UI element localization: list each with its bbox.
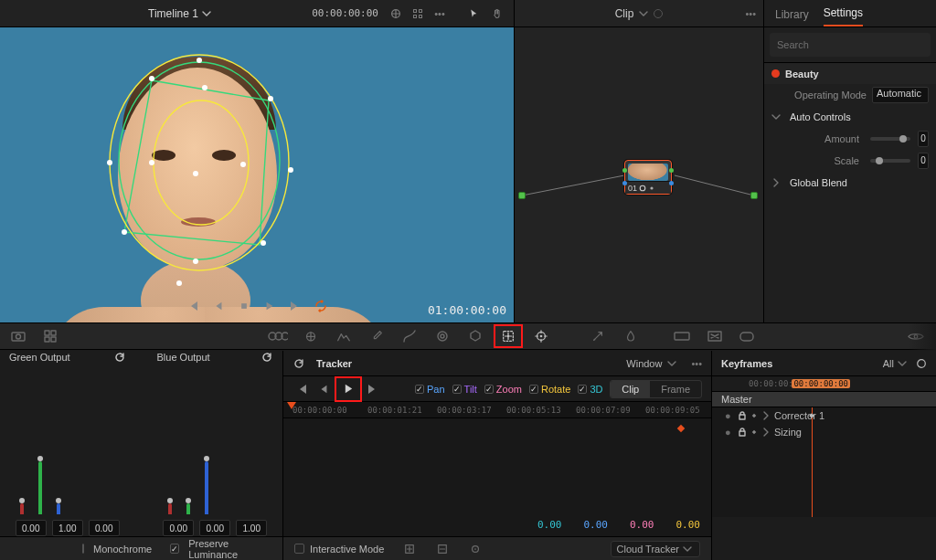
curves-icon[interactable] xyxy=(397,326,422,346)
seg-frame[interactable]: Frame xyxy=(650,381,701,397)
primaries-icon[interactable] xyxy=(265,326,291,346)
viewer-canvas[interactable]: 01:00:00:00 xyxy=(0,27,514,322)
amount-slider[interactable] xyxy=(870,137,910,141)
keyframes-master-row[interactable]: Master xyxy=(712,391,936,407)
node-input-terminal[interactable] xyxy=(518,192,526,199)
visibility-icon[interactable] xyxy=(903,326,929,346)
kf-row-label[interactable]: Sizing xyxy=(774,427,802,438)
chevron-right-icon[interactable] xyxy=(761,411,771,420)
camera-raw-icon[interactable] xyxy=(7,326,33,346)
tracker-graph[interactable]: 0.00 0.00 0.00 0.00 xyxy=(283,418,711,536)
pan-checkbox[interactable] xyxy=(415,385,424,394)
play-icon[interactable] xyxy=(261,297,279,315)
chevron-down-icon[interactable] xyxy=(202,9,211,18)
tracker-method-dropdown[interactable]: Cloud Tracker xyxy=(611,541,700,557)
zoom-checkbox[interactable] xyxy=(484,385,494,394)
enable-dot-icon[interactable] xyxy=(771,69,780,78)
track-forward-button[interactable] xyxy=(336,378,360,400)
add-point-icon[interactable] xyxy=(397,539,422,559)
green-r-value[interactable]: 0.00 xyxy=(16,520,47,536)
play-reverse-icon[interactable] xyxy=(209,297,228,315)
qualifier-icon[interactable] xyxy=(463,326,488,346)
go-start-icon[interactable] xyxy=(184,297,202,315)
window-icon[interactable] xyxy=(495,326,521,346)
reset-icon[interactable] xyxy=(113,351,126,364)
stop-icon[interactable] xyxy=(235,297,253,315)
operating-mode-value[interactable]: Automatic xyxy=(872,87,929,103)
green-b-value[interactable]: 0.00 xyxy=(89,520,120,536)
green-output-plot[interactable] xyxy=(9,369,126,514)
chevron-down-icon[interactable] xyxy=(667,359,676,368)
chevron-down-icon[interactable] xyxy=(639,9,648,18)
amount-value[interactable]: 0 xyxy=(918,131,929,147)
node-output-terminal[interactable] xyxy=(750,192,758,199)
corrector-node[interactable]: 01 xyxy=(624,160,672,195)
hand-icon[interactable] xyxy=(486,4,506,24)
target-icon[interactable] xyxy=(463,539,488,559)
tilt-checkbox[interactable] xyxy=(452,385,462,394)
monochrome-checkbox[interactable] xyxy=(82,544,84,554)
eyedropper-icon[interactable] xyxy=(364,326,389,346)
tab-settings[interactable]: Settings xyxy=(824,6,863,26)
color-warper-icon[interactable] xyxy=(430,326,455,346)
color-checker-icon[interactable] xyxy=(40,326,66,346)
clip-frame-segment[interactable]: Clip Frame xyxy=(610,380,702,398)
tab-library[interactable]: Library xyxy=(775,8,809,26)
keyframes-playhead[interactable] xyxy=(812,407,813,517)
tracker-more-icon[interactable]: ••• xyxy=(691,358,702,369)
chevron-right-icon[interactable] xyxy=(761,428,771,437)
blue-r-value[interactable]: 0.00 xyxy=(163,520,194,536)
node-panel-label[interactable]: Clip xyxy=(615,7,634,20)
hdr-wheels-icon[interactable] xyxy=(298,326,324,346)
blue-b-value[interactable]: 1.00 xyxy=(236,520,267,536)
kf-row-label[interactable]: Corrector 1 xyxy=(774,410,824,421)
tracker-mode-label[interactable]: Window xyxy=(626,358,662,369)
viewer-more-icon[interactable]: ••• xyxy=(430,4,450,24)
chevron-down-icon[interactable] xyxy=(898,359,907,368)
scale-value[interactable]: 0 xyxy=(918,153,929,169)
interactive-mode-checkbox[interactable] xyxy=(294,544,304,554)
loop-icon[interactable] xyxy=(312,297,330,315)
keyframe-marker[interactable] xyxy=(677,425,685,432)
rotate-checkbox[interactable] xyxy=(529,385,538,394)
beauty-header[interactable]: Beauty xyxy=(764,62,936,84)
3d-checkbox[interactable] xyxy=(578,385,587,394)
preserve-luminance-checkbox[interactable] xyxy=(170,544,179,554)
reset-icon[interactable] xyxy=(292,357,305,370)
blue-g-value[interactable]: 0.00 xyxy=(199,520,230,536)
viewer-title[interactable]: Timeline 1 xyxy=(148,7,198,20)
track-end-icon[interactable] xyxy=(364,381,382,397)
scale-slider[interactable] xyxy=(870,159,910,163)
global-blend-header[interactable]: Global Blend xyxy=(764,172,936,194)
node-more-icon[interactable]: ••• xyxy=(745,8,756,19)
keyframes-filter[interactable]: All xyxy=(883,358,894,369)
node-canvas[interactable]: 01 xyxy=(515,27,763,322)
go-end-icon[interactable] xyxy=(286,297,304,315)
viewer-timecode-large[interactable]: 01:00:00:00 xyxy=(428,303,506,317)
search-input[interactable]: Search xyxy=(770,33,931,57)
track-reverse-icon[interactable] xyxy=(314,381,333,397)
blue-output-plot[interactable] xyxy=(157,369,274,514)
lock-icon[interactable] xyxy=(738,411,747,420)
auto-controls-header[interactable]: Auto Controls xyxy=(764,106,936,128)
remove-point-icon[interactable] xyxy=(430,539,455,559)
image-wipe-icon[interactable] xyxy=(386,4,406,24)
viewer-timecode[interactable]: 00:00:00:00 xyxy=(312,7,378,19)
keyframes-ruler[interactable]: 00:00:00:00 00:00:00:00 xyxy=(712,376,936,391)
key-icon[interactable] xyxy=(669,326,695,346)
highlight-icon[interactable] xyxy=(408,4,428,24)
lock-icon[interactable] xyxy=(738,428,747,437)
green-g-value[interactable]: 1.00 xyxy=(52,520,83,536)
pointer-icon[interactable] xyxy=(464,4,484,24)
tracker-ruler[interactable]: 00:00:00:00 00:00:01:21 00:00:03:17 00:0… xyxy=(283,402,711,418)
blur-icon[interactable] xyxy=(618,326,644,346)
sizing-icon[interactable] xyxy=(702,326,728,346)
track-start-icon[interactable] xyxy=(292,381,311,397)
rgb-mixer-icon[interactable] xyxy=(331,326,356,346)
seg-clip[interactable]: Clip xyxy=(611,381,650,397)
tracker-icon[interactable] xyxy=(528,326,554,346)
keyframes-graph[interactable]: ● Corrector 1 ● Sizing xyxy=(712,407,936,517)
expand-icon[interactable] xyxy=(916,358,927,369)
3d-icon[interactable] xyxy=(735,326,760,346)
magic-mask-icon[interactable] xyxy=(585,326,611,346)
